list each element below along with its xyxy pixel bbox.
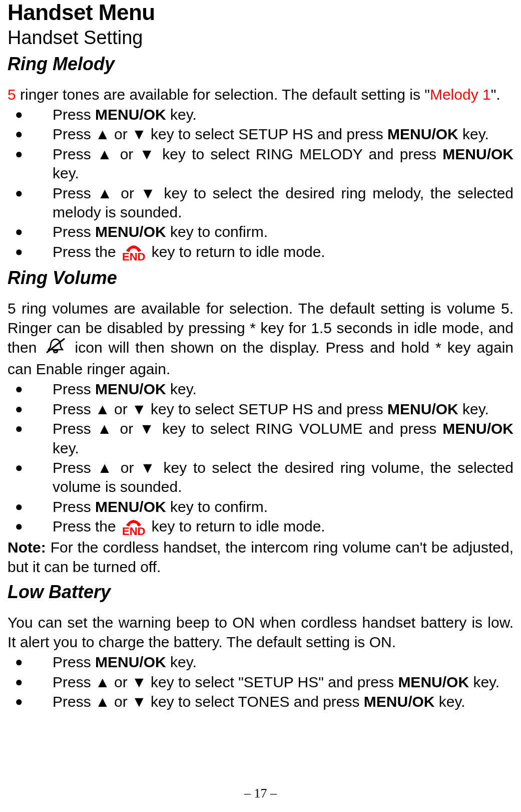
list-item: Press ▲ or ▼ key to select RING MELODY a…: [8, 145, 513, 183]
list-item: Press MENU/OK key.: [8, 105, 513, 124]
heading-ring-melody: Ring Melody: [8, 54, 513, 75]
low-battery-steps: Press MENU/OK key. Press ▲ or ▼ key to s…: [8, 653, 513, 711]
list-item: Press ▲ or ▼ key to select SETUP HS and …: [8, 125, 513, 144]
ring-count: 5: [8, 86, 16, 103]
list-item: Press ▲ or ▼ key to select "SETUP HS" an…: [8, 673, 513, 692]
list-item: Press ▲ or ▼ key to select SETUP HS and …: [8, 400, 513, 419]
ring-volume-steps: Press MENU/OK key. Press ▲ or ▼ key to s…: [8, 380, 513, 537]
end-key-icon: END: [122, 518, 145, 537]
ringer-off-icon: [44, 338, 68, 359]
ring-melody-steps: Press MENU/OK key. Press ▲ or ▼ key to s…: [8, 105, 513, 262]
heading-handset-setting: Handset Setting: [8, 27, 513, 49]
ring-melody-intro: 5 ringer tones are available for selecti…: [8, 85, 513, 104]
heading-ring-volume: Ring Volume: [8, 267, 513, 289]
heading-handset-menu: Handset Menu: [8, 0, 513, 25]
list-item: Press ▲ or ▼ key to select TONES and pre…: [8, 692, 513, 711]
default-melody: Melody 1: [430, 86, 491, 103]
list-item: Press ▲ or ▼ key to select the desired r…: [8, 184, 513, 222]
list-item: Press MENU/OK key.: [8, 380, 513, 399]
list-item: Press MENU/OK key to confirm.: [8, 222, 513, 241]
low-battery-intro: You can set the warning beep to ON when …: [8, 613, 513, 652]
heading-low-battery: Low Battery: [8, 582, 513, 603]
list-item: Press ▲ or ▼ key to select RING VOLUME a…: [8, 419, 513, 458]
list-item: Press MENU/OK key.: [8, 653, 513, 672]
ring-volume-note: Note: For the cordless handset, the inte…: [8, 537, 513, 577]
list-item: Press the END key to return to idle mode…: [8, 517, 513, 537]
list-item: Press MENU/OK key to confirm.: [8, 497, 513, 516]
end-key-icon: END: [122, 243, 145, 262]
page-number: – 17 –: [0, 786, 521, 801]
list-item: Press ▲ or ▼ key to select the desired r…: [8, 458, 513, 497]
list-item: Press the END key to return to idle mode…: [8, 242, 513, 262]
ring-volume-intro: 5 ring volumes are available for selecti…: [8, 299, 513, 379]
